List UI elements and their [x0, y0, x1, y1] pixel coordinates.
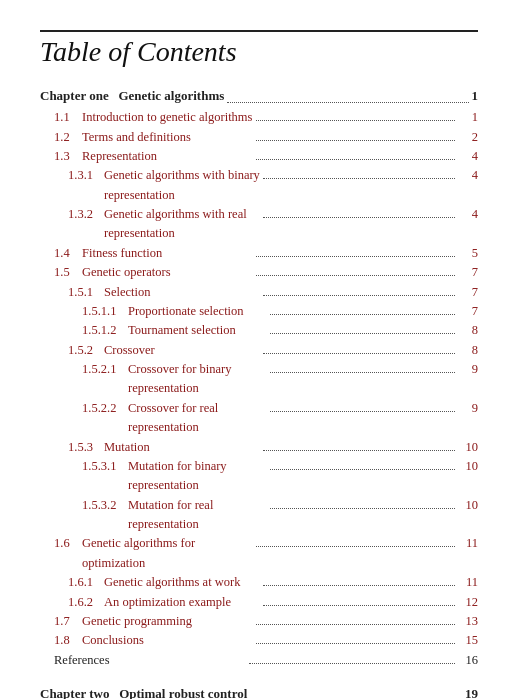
dots-1-6: [256, 546, 455, 547]
toc-row-1-5-1-2: 1.5.1.2 Tournament selection 8: [40, 321, 478, 340]
text-1-5-2-2: Crossover for real representation: [128, 399, 267, 438]
page-references-1: 16: [458, 651, 478, 670]
page-1-8: 15: [458, 631, 478, 650]
page-1-5-1-2: 8: [458, 321, 478, 340]
dots-1-7: [256, 624, 455, 625]
toc-row-1-5-2-1: 1.5.2.1 Crossover for binary representat…: [40, 360, 478, 399]
page-1-5-3-1: 10: [458, 457, 478, 476]
page-1-1: 1: [458, 108, 478, 127]
dots-1-5-3-2: [270, 508, 455, 509]
dots-1-5-3: [263, 450, 455, 451]
num-1-3-2: 1.3.2: [68, 205, 104, 224]
toc-row-1-5-3-1: 1.5.3.1 Mutation for binary representati…: [40, 457, 478, 496]
num-1-5-3: 1.5.3: [68, 438, 104, 457]
page-1-5-2-1: 9: [458, 360, 478, 379]
page-1-5-1-1: 7: [458, 302, 478, 321]
text-1-6: Genetic algorithms for optimization: [82, 534, 253, 573]
toc-row-1-5-1-1: 1.5.1.1 Proportionate selection 7: [40, 302, 478, 321]
page-1-5-3-2: 10: [458, 496, 478, 515]
toc-row-1-5-3: 1.5.3 Mutation 10: [40, 438, 478, 457]
dots-1-8: [256, 643, 455, 644]
page-1-7: 13: [458, 612, 478, 631]
page-1-5-2: 8: [458, 341, 478, 360]
text-1-4: Fitness function: [82, 244, 253, 263]
text-1-5-1-2: Tournament selection: [128, 321, 267, 340]
toc-row-1-6-2: 1.6.2 An optimization example 12: [40, 593, 478, 612]
num-1-3: 1.3: [54, 147, 82, 166]
page-1-3-2: 4: [458, 205, 478, 224]
toc-row-1-5-2-2: 1.5.2.2 Crossover for real representatio…: [40, 399, 478, 438]
toc-row-1-5-2: 1.5.2 Crossover 8: [40, 341, 478, 360]
text-1-2: Terms and definitions: [82, 128, 253, 147]
num-1-5-1: 1.5.1: [68, 283, 104, 302]
text-1-6-2: An optimization example: [104, 593, 260, 612]
chapter-two-label: Chapter two Optimal robust control: [40, 684, 247, 699]
num-1-5-3-2: 1.5.3.2: [82, 496, 128, 515]
dots-1-5-2-2: [270, 411, 455, 412]
text-1-8: Conclusions: [82, 631, 253, 650]
page-1-5-2-2: 9: [458, 399, 478, 418]
dots-1-1: [256, 120, 455, 121]
dots-1-4: [256, 256, 455, 257]
dots-1-6-2: [263, 605, 455, 606]
chapter-one-heading: Chapter one Genetic algorithms 1: [40, 86, 478, 106]
toc-row-references-1: References 16: [40, 651, 478, 670]
num-1-5: 1.5: [54, 263, 82, 282]
text-1-5-1-1: Proportionate selection: [128, 302, 267, 321]
top-rule: [40, 30, 478, 32]
toc-row-1-2: 1.2 Terms and definitions 2: [40, 128, 478, 147]
page-1-4: 5: [458, 244, 478, 263]
dots-1-5-2-1: [270, 372, 455, 373]
page-1-6-2: 12: [458, 593, 478, 612]
toc-row-1-6-1: 1.6.1 Genetic algorithms at work 11: [40, 573, 478, 592]
toc-row-1-1: 1.1 Introduction to genetic algorithms 1: [40, 108, 478, 127]
text-1-5: Genetic operators: [82, 263, 253, 282]
page-1-3: 4: [458, 147, 478, 166]
dots-1-5-1: [263, 295, 455, 296]
text-1-6-1: Genetic algorithms at work: [104, 573, 260, 592]
toc-row-1-7: 1.7 Genetic programming 13: [40, 612, 478, 631]
text-1-5-3-1: Mutation for binary representation: [128, 457, 267, 496]
dots-1-5-3-1: [270, 469, 455, 470]
page-1-6-1: 11: [458, 573, 478, 592]
page-1-5: 7: [458, 263, 478, 282]
page-1-5-1: 7: [458, 283, 478, 302]
num-1-4: 1.4: [54, 244, 82, 263]
dots-1-3-1: [263, 178, 455, 179]
page-1-2: 2: [458, 128, 478, 147]
text-1-5-1: Selection: [104, 283, 260, 302]
num-1-8: 1.8: [54, 631, 82, 650]
page-1-6: 11: [458, 534, 478, 553]
toc-container: Chapter one Genetic algorithms 1 1.1 Int…: [40, 86, 478, 699]
toc-row-1-3-1: 1.3.1 Genetic algorithms with binary rep…: [40, 166, 478, 205]
num-1-1: 1.1: [54, 108, 82, 127]
dots-references-1: [249, 663, 455, 664]
num-1-5-1-1: 1.5.1.1: [82, 302, 128, 321]
dots-1-2: [256, 140, 455, 141]
text-1-3-2: Genetic algorithms with real representat…: [104, 205, 260, 244]
dots-1-5-1-1: [270, 314, 455, 315]
text-1-3-1: Genetic algorithms with binary represent…: [104, 166, 260, 205]
toc-row-1-4: 1.4 Fitness function 5: [40, 244, 478, 263]
chapter-two-page: 19: [465, 684, 478, 699]
dots-1-6-1: [263, 585, 455, 586]
toc-row-1-5: 1.5 Genetic operators 7: [40, 263, 478, 282]
chapter-two-heading: Chapter two Optimal robust control 19: [40, 684, 478, 699]
num-1-2: 1.2: [54, 128, 82, 147]
dots-1-5-1-2: [270, 333, 455, 334]
toc-row-1-3-2: 1.3.2 Genetic algorithms with real repre…: [40, 205, 478, 244]
num-1-7: 1.7: [54, 612, 82, 631]
dots-1-3: [256, 159, 455, 160]
page-1-5-3: 10: [458, 438, 478, 457]
num-1-5-2: 1.5.2: [68, 341, 104, 360]
num-1-6-2: 1.6.2: [68, 593, 104, 612]
page-title: Table of Contents: [40, 36, 478, 68]
num-1-3-1: 1.3.1: [68, 166, 104, 185]
num-1-5-2-1: 1.5.2.1: [82, 360, 128, 379]
text-1-5-3: Mutation: [104, 438, 260, 457]
text-references-1: References: [54, 651, 246, 670]
dots-1-5-2: [263, 353, 455, 354]
text-1-1: Introduction to genetic algorithms: [82, 108, 253, 127]
dots-1-5: [256, 275, 455, 276]
text-1-5-2: Crossover: [104, 341, 260, 360]
